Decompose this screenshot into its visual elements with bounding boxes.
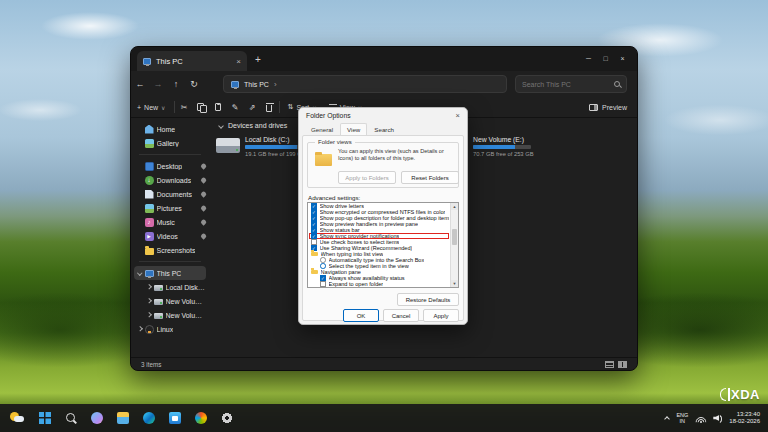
drive-free-space: 70.7 GB free of 253 GB	[473, 151, 534, 157]
new-button[interactable]: + New ∨	[131, 104, 172, 111]
sidebar-item-new-volume-e[interactable]: New Volume (E:)	[131, 308, 209, 322]
sidebar-item-downloads[interactable]: Downloads	[131, 173, 209, 187]
chevron-icon	[146, 299, 151, 304]
dialog-close-icon[interactable]: ×	[456, 111, 460, 120]
group-folder-icon	[311, 252, 318, 257]
sidebar-item-home[interactable]: Home	[131, 122, 209, 136]
checkbox-icon[interactable]	[311, 227, 317, 233]
sidebar-item-screenshots[interactable]: Screenshots	[131, 243, 209, 257]
apply-button[interactable]: Apply	[423, 309, 459, 322]
hidden-icons-chevron[interactable]	[665, 416, 671, 422]
tab-search[interactable]: Search	[367, 123, 401, 135]
sidebar-item-videos[interactable]: Videos	[131, 229, 209, 243]
sidebar-item-documents[interactable]: Documents	[131, 187, 209, 201]
sidebar-item-label: Downloads	[157, 177, 192, 184]
thumbnail-view-icon[interactable]	[618, 361, 627, 368]
tab-close-icon[interactable]: ×	[236, 57, 241, 66]
search-input[interactable]	[522, 81, 614, 88]
taskbar-start-button[interactable]	[34, 407, 55, 429]
taskbar-edge-button[interactable]	[138, 407, 159, 429]
view-toggles	[605, 361, 627, 368]
taskbar-file-explorer-button[interactable]	[112, 407, 133, 429]
checkbox-icon[interactable]	[311, 209, 317, 215]
back-button[interactable]: ←	[131, 79, 149, 89]
checkbox-icon[interactable]	[320, 275, 326, 281]
up-button[interactable]: ↑	[167, 79, 185, 89]
taskbar-search-button[interactable]	[60, 407, 81, 429]
toolbar-share-button[interactable]: ⇗	[245, 99, 260, 115]
drive-icon	[154, 299, 163, 305]
sidebar-item-local-disk-c[interactable]: Local Disk (C:)	[131, 280, 209, 294]
widgets-button[interactable]	[4, 407, 30, 429]
search-icon	[614, 81, 620, 87]
checkbox-icon[interactable]	[311, 203, 317, 209]
maximize-button[interactable]: □	[597, 50, 614, 67]
preview-toggle[interactable]: Preview	[579, 104, 637, 111]
chevron-icon	[146, 313, 151, 318]
reset-folders-button[interactable]: Reset Folders	[401, 171, 459, 184]
address-bar[interactable]: This PC ›	[223, 75, 507, 93]
ok-button[interactable]: OK	[343, 309, 379, 322]
restore-defaults-button[interactable]: Restore Defaults	[397, 293, 459, 306]
scrollbar-thumb[interactable]	[452, 229, 457, 245]
taskbar-settings-button[interactable]	[216, 407, 237, 429]
advanced-settings-label: Advanced settings:	[308, 194, 360, 201]
close-button[interactable]: ×	[614, 50, 631, 67]
details-view-icon[interactable]	[605, 361, 614, 368]
search-icon	[66, 413, 75, 422]
search-box[interactable]	[515, 75, 627, 93]
radio-icon[interactable]	[320, 257, 326, 263]
sidebar-item-gallery[interactable]: Gallery	[131, 136, 209, 150]
titlebar[interactable]: This PC × + ─ □ ×	[131, 47, 637, 71]
scroll-down-icon[interactable]: ▼	[451, 280, 458, 287]
forward-button[interactable]: →	[149, 79, 167, 89]
checkbox-icon[interactable]	[311, 239, 317, 245]
toolbar-copy-button[interactable]	[194, 99, 209, 115]
wifi-icon[interactable]	[695, 414, 706, 423]
refresh-button[interactable]: ↻	[185, 79, 203, 89]
drive-info: Local Disk (C:)19.1 GB free of 199 GB	[245, 136, 306, 157]
checkbox-icon[interactable]	[311, 221, 317, 227]
start-icon	[39, 412, 51, 424]
volume-icon[interactable]	[713, 414, 722, 422]
sidebar-item-pictures[interactable]: Pictures	[131, 201, 209, 215]
dialog-titlebar[interactable]: Folder Options ×	[299, 108, 467, 123]
tab-general[interactable]: General	[304, 123, 340, 135]
pin-icon	[200, 163, 206, 169]
sidebar-item-new-volume-d[interactable]: New Volume (D:)	[131, 294, 209, 308]
taskbar-copilot-button[interactable]	[86, 407, 107, 429]
cancel-button[interactable]: Cancel	[383, 309, 419, 322]
cut-icon: ✂	[181, 103, 188, 112]
taskbar-store-button[interactable]	[164, 407, 185, 429]
toolbar-paste-button[interactable]	[211, 99, 226, 115]
explorer-tab[interactable]: This PC ×	[137, 51, 247, 71]
desktop-icon	[145, 162, 154, 171]
sidebar-item-this-pc[interactable]: This PC	[134, 266, 206, 280]
taskbar-photos-button[interactable]	[190, 407, 211, 429]
sidebar-item-desktop[interactable]: Desktop	[131, 159, 209, 173]
checkbox-icon[interactable]	[320, 281, 326, 287]
drive-tile-local-disk-c[interactable]: Local Disk (C:)19.1 GB free of 199 GB	[216, 136, 311, 157]
xda-logo-icon	[720, 388, 726, 401]
language-indicator[interactable]: ENG IN	[676, 412, 688, 424]
clock[interactable]: 13:23:40 18-02-2026	[729, 411, 760, 425]
minimize-button[interactable]: ─	[580, 50, 597, 67]
sidebar-item-linux[interactable]: Linux	[131, 322, 209, 336]
toolbar-rename-button[interactable]: ✎	[228, 99, 243, 115]
radio-icon[interactable]	[320, 263, 326, 269]
copy-icon	[197, 103, 205, 112]
toolbar-delete-button[interactable]	[262, 99, 277, 115]
drive-tile-new-volume-e[interactable]: New Volume (E:)70.7 GB free of 253 GB	[473, 136, 568, 157]
tab-view[interactable]: View	[340, 123, 367, 135]
checkbox-icon[interactable]	[311, 233, 317, 239]
sidebar-item-music[interactable]: Music	[131, 215, 209, 229]
checkbox-icon[interactable]	[311, 215, 317, 221]
scroll-up-icon[interactable]: ▲	[451, 203, 458, 210]
sidebar-separator	[139, 154, 201, 155]
toolbar-cut-button[interactable]: ✂	[177, 99, 192, 115]
documents-icon	[145, 190, 154, 199]
apply-to-folders-button[interactable]: Apply to Folders	[338, 171, 396, 184]
setting-expand-to-open-folder[interactable]: Expand to open folder	[309, 281, 449, 287]
scrollbar[interactable]: ▲ ▼	[450, 203, 458, 287]
new-tab-button[interactable]: +	[255, 53, 261, 67]
